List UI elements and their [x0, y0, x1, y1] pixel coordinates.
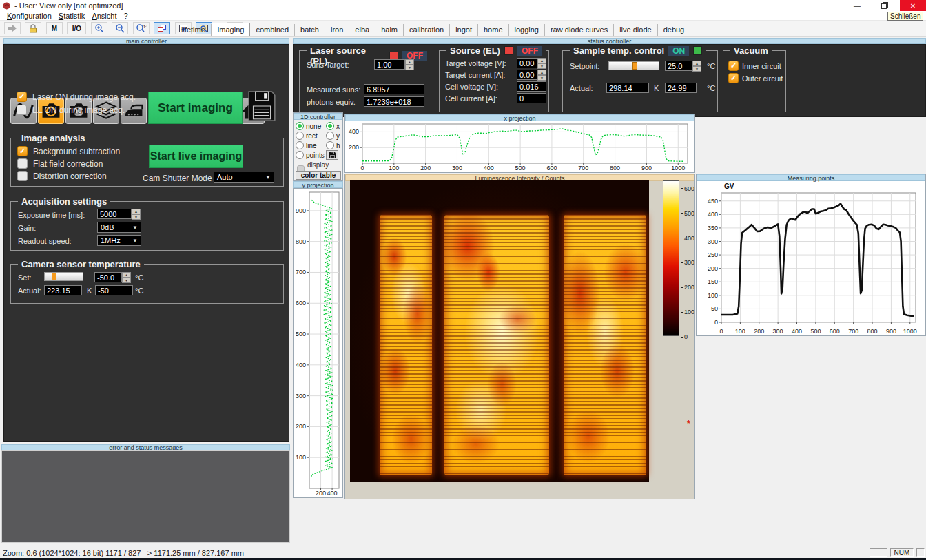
m-button[interactable]: M: [46, 22, 63, 34]
target-voltage-label: Target voltage [V]:: [445, 59, 506, 68]
svg-text:400: 400: [296, 362, 306, 369]
distortion-checkbox[interactable]: Distortion correction: [17, 171, 107, 181]
save-image-button[interactable]: [247, 89, 277, 123]
error-messages-box[interactable]: [1, 450, 290, 543]
sample-temp-toggle[interactable]: ON: [668, 46, 689, 56]
menu-?[interactable]: ?: [123, 12, 127, 20]
tab-batch[interactable]: batch: [295, 24, 325, 36]
luminescence-image[interactable]: [350, 180, 649, 482]
tab-iron[interactable]: iron: [325, 24, 349, 36]
maximize-button[interactable]: [874, 0, 896, 11]
svg-text:350: 350: [708, 225, 718, 231]
radio-icon: [296, 132, 304, 140]
tab-halm[interactable]: halm: [375, 24, 404, 36]
exposure-label: Exposure time [ms]:: [18, 211, 85, 219]
spinner[interactable]: ▲▼: [537, 58, 546, 68]
tab-calibration[interactable]: calibration: [404, 24, 450, 36]
svg-text:700: 700: [848, 328, 858, 335]
tab-combined[interactable]: combined: [250, 24, 295, 36]
io-button[interactable]: I/O: [67, 22, 86, 34]
measured-suns-label: Mesaured suns:: [307, 85, 360, 94]
close-button[interactable]: ✕: [900, 0, 926, 11]
close-tooltip: Schließen: [887, 12, 923, 21]
radio-h[interactable]: h: [326, 141, 340, 149]
spinner[interactable]: ▲▼: [132, 209, 141, 219]
svg-text:1000: 1000: [903, 328, 917, 335]
forward-arrow-button[interactable]: [4, 22, 21, 34]
exposure-field[interactable]: 5000 ▲▼: [97, 209, 141, 219]
app-icon: [3, 2, 10, 10]
tab-debug[interactable]: debug: [658, 24, 691, 36]
lock-button[interactable]: [25, 22, 41, 34]
readout-dropdown[interactable]: 1MHz▼: [97, 235, 141, 246]
el-state-toggle[interactable]: OFF: [517, 46, 542, 56]
svg-text:300: 300: [773, 328, 783, 335]
spinner[interactable]: ▲▼: [692, 61, 701, 71]
zoom-in-icon[interactable]: [91, 22, 107, 34]
svg-text:500: 500: [515, 165, 526, 172]
y-projection-panel: 200400100200300400500600700800900: [293, 188, 343, 498]
el-on-checkbox[interactable]: EL ON during image acq.: [17, 105, 125, 115]
radio-x[interactable]: x: [326, 122, 340, 130]
tab-logging[interactable]: logging: [509, 24, 545, 36]
svg-text:300: 300: [296, 393, 306, 400]
suns-target-label: Suns Target:: [307, 61, 349, 69]
setpoint-field[interactable]: 25.0 ▲▼: [665, 61, 701, 71]
tab-lifetime[interactable]: lifetime: [176, 24, 212, 36]
svg-text:0: 0: [360, 165, 364, 172]
tab-ingot[interactable]: ingot: [450, 24, 478, 36]
menu-ansicht[interactable]: Ansicht: [92, 12, 116, 20]
save-profile-button[interactable]: [326, 150, 338, 160]
gain-dropdown[interactable]: 0dB▼: [97, 222, 141, 233]
x-projection-chart: 01002003004005006007008009001000200400: [345, 121, 694, 172]
svg-text:300: 300: [452, 165, 462, 172]
status-cell-empty2: [916, 548, 925, 557]
menu-konfiguration[interactable]: Konfiguration: [7, 12, 52, 20]
setpoint-unit: °C: [707, 62, 715, 70]
tab-imaging[interactable]: imaging: [212, 23, 251, 36]
inner-circuit-checkbox[interactable]: ✓ Inner circuit: [728, 61, 781, 71]
spinner[interactable]: ▲▼: [122, 272, 131, 282]
zoom-out-icon[interactable]: [112, 22, 128, 34]
zoom-value-icon[interactable]: 1:1: [133, 22, 150, 34]
background-subtraction-checkbox[interactable]: ✓ Background subtraction: [17, 146, 120, 156]
start-live-imaging-button[interactable]: Start live imaging: [149, 145, 243, 168]
target-current-field[interactable]: 0.00 ▲▼: [517, 70, 546, 80]
tab-elba[interactable]: elba: [349, 24, 375, 36]
actual-kelvin-field: 223.15: [44, 285, 82, 295]
radio-none[interactable]: none: [296, 122, 321, 130]
radio-icon: [326, 122, 334, 130]
laser-on-checkbox[interactable]: ✓ Laser ON during image acq.: [17, 92, 136, 102]
menu-statistik[interactable]: Statistik: [59, 12, 85, 20]
sensor-temp-set-field[interactable]: -50.0 ▲▼: [94, 272, 131, 282]
svg-text:700: 700: [296, 269, 306, 276]
svg-text:200: 200: [754, 328, 764, 335]
minimize-button[interactable]: —: [846, 0, 868, 11]
svg-text:100: 100: [389, 165, 399, 172]
tab-live-diode[interactable]: live diode: [614, 24, 657, 36]
flat-field-checkbox[interactable]: Flat field correction: [17, 158, 103, 169]
tab-raw-diode-curves[interactable]: raw diode curves: [545, 24, 614, 36]
suns-target-field[interactable]: 1.00 ▲▼: [374, 59, 414, 70]
spinner[interactable]: ▲▼: [405, 59, 414, 70]
tab-strip: lifetimeimagingcombinedbatchironelbahalm…: [176, 22, 690, 36]
measuring-points-chart: 0100200300400500600700800900100005010015…: [697, 181, 925, 335]
solar-cell-2: [444, 215, 549, 475]
radio-points[interactable]: points: [296, 151, 325, 159]
radio-rect[interactable]: rect: [296, 132, 318, 140]
target-voltage-field[interactable]: 0.00 ▲▼: [517, 58, 546, 68]
cascade-windows-icon[interactable]: [154, 22, 170, 34]
setpoint-slider[interactable]: [608, 61, 659, 70]
checkbox-icon: [17, 171, 28, 181]
color-table-button[interactable]: color table: [296, 171, 341, 180]
start-imaging-button[interactable]: Start imaging: [148, 92, 243, 124]
tab-home[interactable]: home: [478, 24, 509, 36]
radio-y[interactable]: y: [326, 132, 340, 140]
sensor-temp-slider[interactable]: [44, 272, 83, 281]
cam-shutter-dropdown[interactable]: Auto▼: [214, 172, 274, 183]
colorbar-ticks: 6005004003002001000: [681, 180, 696, 339]
svg-text:450: 450: [708, 198, 718, 205]
radio-line[interactable]: line: [296, 141, 317, 149]
spinner[interactable]: ▲▼: [537, 70, 546, 80]
outer-circuit-checkbox[interactable]: ✓ Outer circuit: [728, 73, 783, 83]
